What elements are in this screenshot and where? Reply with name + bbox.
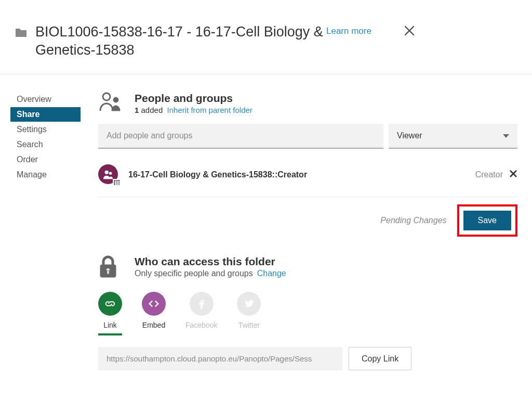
svg-point-2 (103, 93, 110, 100)
sidebar-item-settings[interactable]: Settings (10, 122, 81, 137)
save-highlight-annotation: Save (457, 204, 517, 237)
share-option-link[interactable]: Link (98, 292, 122, 335)
people-icon (98, 92, 125, 114)
share-option-label: Link (103, 321, 117, 329)
copy-link-button[interactable]: Copy Link (349, 347, 411, 370)
sidebar: Overview Share Settings Search Order Man… (0, 92, 81, 370)
embed-icon (142, 292, 166, 316)
link-icon (98, 292, 122, 316)
role-select-value: Viewer (397, 131, 422, 140)
share-option-embed[interactable]: Embed (142, 292, 166, 335)
share-url-input[interactable] (98, 347, 342, 370)
pending-changes-label: Pending Changes (380, 216, 446, 225)
people-title: People and groups (135, 92, 252, 105)
access-subtitle-text: Only specific people and groups (135, 269, 253, 278)
sidebar-item-order[interactable]: Order (10, 152, 81, 167)
org-badge-icon (113, 179, 121, 186)
chevron-down-icon (503, 134, 509, 138)
sidebar-item-overview[interactable]: Overview (10, 92, 81, 107)
svg-point-4 (105, 171, 109, 174)
inherit-link[interactable]: Inherit from parent folder (167, 106, 252, 114)
remove-permission-button[interactable] (509, 170, 517, 180)
lock-icon (98, 255, 125, 280)
group-avatar (98, 164, 119, 185)
svg-rect-10 (107, 270, 109, 274)
svg-point-5 (109, 172, 112, 175)
share-option-twitter: Twitter (237, 292, 261, 335)
sidebar-item-manage[interactable]: Manage (10, 167, 81, 182)
page-title: BIOL1006-15838-16-17 - 16-17-Cell Biolog… (35, 23, 326, 59)
sidebar-item-search[interactable]: Search (10, 137, 81, 152)
share-option-label: Embed (142, 321, 165, 329)
learn-more-link[interactable]: Learn more (326, 26, 371, 36)
save-button[interactable]: Save (463, 211, 511, 230)
share-option-label: Twitter (238, 321, 260, 329)
people-section-header: People and groups 1 added Inherit from p… (98, 92, 517, 114)
access-title: Who can access this folder (135, 255, 286, 268)
role-select[interactable]: Viewer (389, 124, 517, 149)
people-count: 1 (135, 106, 139, 114)
share-options: Link Embed Facebook Twitter (98, 292, 517, 335)
share-option-label: Facebook (185, 321, 217, 329)
permission-name: 16-17-Cell Biology & Genetics-15838::Cre… (128, 170, 475, 179)
people-added-word: added (141, 106, 163, 114)
people-subtitle: 1 added Inherit from parent folder (135, 106, 252, 114)
close-button[interactable] (403, 24, 416, 40)
twitter-icon (237, 292, 261, 316)
access-subtitle: Only specific people and groupsChange (135, 269, 286, 278)
permission-row: 16-17-Cell Biology & Genetics-15838::Cre… (98, 154, 517, 197)
access-section-header: Who can access this folder Only specific… (98, 255, 517, 280)
folder-icon (15, 27, 28, 37)
permission-role: Creator (475, 170, 503, 179)
share-option-facebook: Facebook (185, 292, 217, 335)
add-people-input[interactable] (98, 124, 383, 149)
change-access-link[interactable]: Change (257, 269, 286, 278)
svg-point-3 (113, 97, 118, 102)
dialog-header: BIOL1006-15838-16-17 - 16-17-Cell Biolog… (0, 0, 532, 74)
facebook-icon (190, 292, 214, 316)
sidebar-item-share[interactable]: Share (10, 107, 81, 122)
